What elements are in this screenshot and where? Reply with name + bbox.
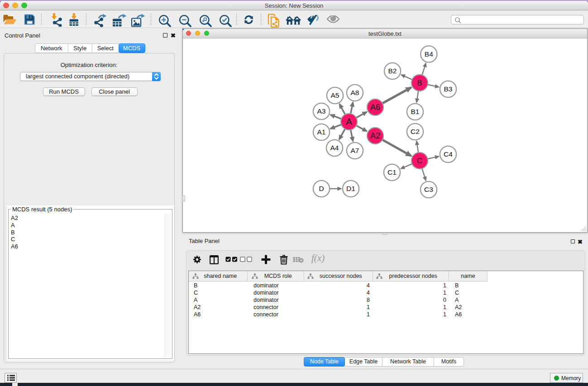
svg-text:A2: A2: [370, 131, 380, 140]
svg-text:B1: B1: [411, 108, 420, 115]
svg-text:B2: B2: [388, 67, 397, 75]
svg-text:B3: B3: [444, 85, 453, 93]
svg-text:A3: A3: [317, 107, 326, 115]
svg-text:C: C: [417, 157, 422, 165]
svg-text:A: A: [346, 116, 352, 127]
svg-text:A6: A6: [370, 103, 380, 112]
svg-text:D1: D1: [346, 185, 355, 192]
svg-text:C2: C2: [411, 128, 420, 135]
svg-text:C3: C3: [424, 186, 433, 193]
svg-text:C1: C1: [387, 168, 397, 176]
svg-text:A5: A5: [331, 91, 339, 99]
svg-text:A4: A4: [330, 144, 339, 152]
svg-text:A8: A8: [351, 89, 359, 96]
svg-text:D: D: [319, 185, 324, 192]
svg-text:A1: A1: [317, 128, 326, 136]
svg-text:B4: B4: [425, 50, 433, 58]
svg-text:A7: A7: [351, 147, 359, 154]
svg-text:C4: C4: [444, 150, 453, 158]
svg-text:B: B: [417, 79, 422, 87]
